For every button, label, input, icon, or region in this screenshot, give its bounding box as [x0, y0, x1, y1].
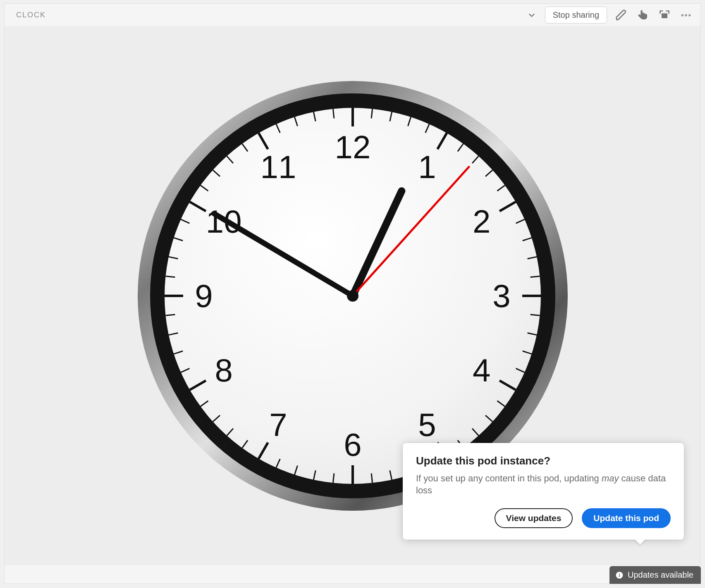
updates-available-label: Updates available — [628, 570, 693, 580]
svg-rect-0 — [662, 13, 667, 18]
svg-text:4: 4 — [473, 352, 490, 388]
pencil-icon — [615, 9, 628, 21]
fullscreen-icon — [659, 10, 670, 21]
update-this-pod-button[interactable]: Update this pod — [582, 508, 671, 528]
svg-text:9: 9 — [195, 278, 213, 314]
chevron-down-icon — [527, 11, 536, 20]
popover-caret-icon — [634, 539, 646, 545]
pod-options-dropdown[interactable] — [526, 10, 538, 21]
pointer-tool-button[interactable] — [636, 8, 650, 22]
clock-pod: CLOCK Stop sharing — [4, 3, 701, 584]
pod-header: CLOCK Stop sharing — [5, 4, 700, 27]
svg-text:11: 11 — [260, 149, 296, 185]
hand-pointer-icon — [637, 9, 649, 21]
popover-body: If you set up any content in this pod, u… — [416, 472, 671, 497]
svg-point-2 — [685, 14, 687, 17]
view-updates-button[interactable]: View updates — [495, 508, 573, 528]
popover-title: Update this pod instance? — [416, 455, 671, 467]
updates-available-pill[interactable]: Updates available — [609, 566, 701, 584]
app-root: CLOCK Stop sharing — [0, 0, 705, 588]
ellipsis-icon — [680, 9, 692, 21]
pod-title: CLOCK — [16, 11, 526, 19]
pod-body: 121234567891011 Update this pod instance… — [5, 27, 700, 564]
svg-text:2: 2 — [473, 203, 490, 240]
svg-text:5: 5 — [418, 406, 436, 443]
svg-text:12: 12 — [335, 129, 370, 165]
svg-text:3: 3 — [492, 278, 510, 314]
info-icon — [615, 571, 624, 579]
svg-text:1: 1 — [418, 149, 436, 185]
svg-point-1 — [681, 14, 684, 17]
svg-point-3 — [688, 14, 691, 17]
draw-tool-button[interactable] — [614, 8, 629, 22]
header-controls: Stop sharing — [526, 7, 693, 24]
svg-text:8: 8 — [215, 352, 232, 388]
update-popover: Update this pod instance? If you set up … — [403, 443, 684, 540]
svg-rect-86 — [619, 573, 620, 574]
pod-footer — [5, 564, 700, 583]
more-options-button[interactable] — [679, 8, 693, 22]
fullscreen-button[interactable] — [657, 8, 672, 22]
svg-rect-85 — [619, 574, 620, 577]
svg-point-82 — [347, 290, 358, 302]
popover-actions: View updates Update this pod — [416, 508, 671, 528]
svg-text:7: 7 — [269, 406, 287, 443]
stop-sharing-button[interactable]: Stop sharing — [545, 7, 607, 24]
svg-text:6: 6 — [344, 426, 361, 463]
